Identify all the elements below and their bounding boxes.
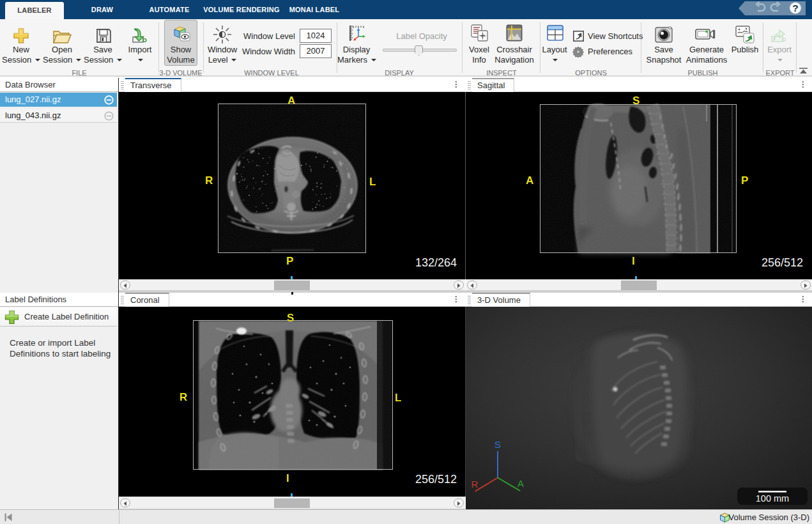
svg-text:?: ? <box>792 3 798 13</box>
svg-text:A: A <box>517 478 524 489</box>
svg-text:S: S <box>494 439 501 450</box>
svg-text:R: R <box>471 479 479 489</box>
svg-text:100 mm: 100 mm <box>756 493 789 504</box>
